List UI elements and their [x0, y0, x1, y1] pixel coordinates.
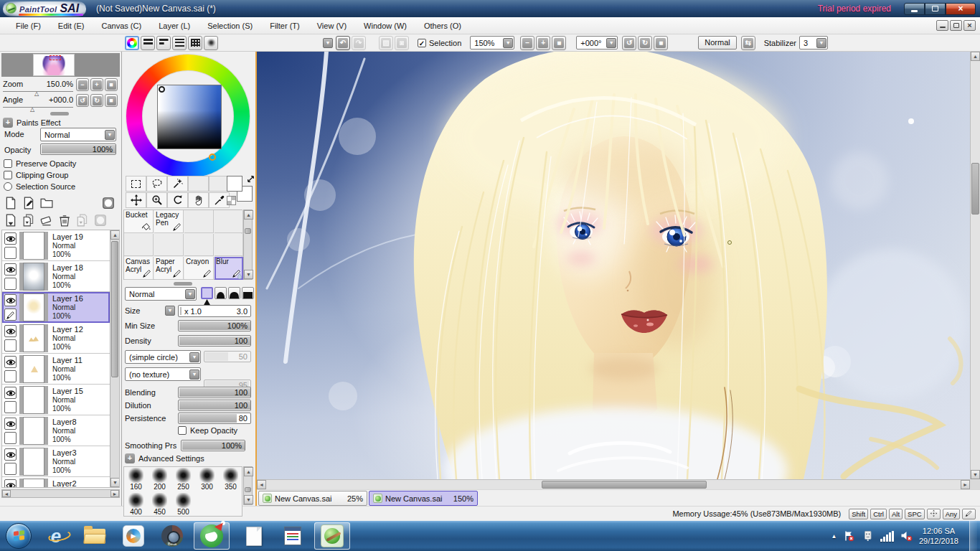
rotate-cw-button[interactable]: ↻ — [638, 36, 652, 50]
menu-edit[interactable]: Edit (E) — [50, 19, 93, 32]
scroll-up-arrow[interactable]: ▲ — [971, 52, 980, 61]
density-slider[interactable]: 100 — [178, 335, 251, 347]
edge-soft-button[interactable] — [215, 287, 227, 299]
zoom-out-button[interactable]: − — [520, 36, 534, 50]
toolbar-dropdown-button[interactable]: ▼ — [323, 38, 333, 48]
scroll-right-arrow[interactable]: ► — [961, 480, 970, 489]
edge-softer-button[interactable] — [228, 287, 240, 299]
mdi-restore-button[interactable] — [950, 20, 962, 31]
layer-visibility-toggle[interactable] — [4, 325, 17, 337]
nav-zoom-out-button[interactable]: − — [76, 78, 89, 91]
layer-mask-icon[interactable] — [102, 197, 115, 209]
tool-bucket[interactable]: Bucket — [124, 210, 154, 233]
move-tool[interactable] — [126, 192, 146, 208]
nav-zoom-reset-button[interactable]: ■ — [105, 78, 118, 91]
scroll-right-arrow[interactable]: ► — [110, 490, 119, 497]
nav-angle-reset-button[interactable]: ■ — [105, 94, 118, 107]
color-wheel[interactable] — [124, 53, 253, 181]
nav-zoom-in-button[interactable]: + — [90, 78, 103, 91]
zoom-reset-button[interactable]: ■ — [552, 36, 566, 50]
maximize-button[interactable] — [925, 3, 946, 15]
layer-row-3[interactable]: Layer3 Normal 100% — [2, 446, 110, 477]
layer-row-15[interactable]: Layer 15 Normal 100% — [2, 385, 110, 415]
preset-350[interactable]: 350 — [219, 467, 242, 491]
vscroll-thumb[interactable] — [971, 163, 979, 215]
tab-new-canvas-150-active[interactable]: New Canvas.sai 150% — [369, 491, 478, 506]
merge-visible-icon-disabled[interactable] — [76, 214, 89, 227]
mdi-close-button[interactable]: × — [963, 20, 976, 31]
layer-opacity-slider[interactable]: 100% — [40, 143, 116, 155]
key-any[interactable]: Any — [943, 509, 960, 519]
pad-button[interactable] — [927, 509, 941, 519]
keep-opacity-row[interactable]: Keep Opacity — [178, 426, 237, 435]
nav-rotate-ccw-button[interactable]: ↺ — [76, 94, 89, 107]
action-center-flag-icon[interactable] — [843, 530, 855, 542]
advanced-settings-header[interactable]: + Advanced Settings — [125, 453, 204, 463]
rotate-ccw-button[interactable]: ↺ — [622, 36, 636, 50]
color-wheel-panel-button[interactable] — [125, 36, 139, 50]
angle-reset-button[interactable]: ■ — [654, 36, 668, 50]
rotate-tool[interactable] — [167, 192, 188, 208]
layer-lock-toggle[interactable] — [4, 463, 17, 475]
layer-row-2[interactable]: Layer2 Normal 100% — [2, 477, 110, 488]
layer-row-16-selected[interactable]: Layer 16 Normal 100% — [2, 292, 110, 323]
hue-cursor[interactable] — [209, 154, 216, 161]
layout-1col-button[interactable] — [141, 36, 155, 50]
canvas-vertical-scrollbar[interactable]: ▲ ▼ — [970, 52, 980, 479]
invert-selection-button[interactable]: ◙ — [395, 36, 409, 50]
empty-tool-cell[interactable] — [215, 210, 243, 233]
taskbar-coccoc-active[interactable] — [194, 522, 230, 550]
start-button[interactable] — [6, 523, 32, 549]
scrollbar-thumb[interactable] — [245, 228, 251, 234]
layer-row-18[interactable]: Layer 18 Normal 100% — [2, 261, 110, 292]
menu-file[interactable]: File (F) — [7, 19, 50, 32]
delete-layer-icon[interactable] — [58, 214, 71, 227]
foreground-color-swatch[interactable] — [227, 176, 242, 192]
preset-450[interactable]: 450 — [148, 492, 171, 517]
tool-blur-selected[interactable]: Blur — [215, 257, 243, 280]
pen-button[interactable] — [962, 509, 976, 519]
scroll-down-arrow[interactable]: ▼ — [244, 270, 253, 279]
navigator-preview[interactable] — [1, 53, 120, 77]
layout-list-button[interactable] — [172, 36, 187, 50]
canvas-horizontal-scrollbar[interactable]: ◄ ► — [257, 479, 970, 489]
network-signal-icon[interactable] — [880, 531, 894, 542]
volume-muted-icon[interactable] — [900, 530, 913, 542]
selection-checkbox[interactable]: ✓ — [418, 39, 426, 47]
tool-crayon[interactable]: Crayon — [184, 257, 214, 280]
minimize-button[interactable] — [904, 3, 925, 15]
lasso-tool[interactable] — [146, 176, 167, 192]
layer-visibility-toggle[interactable] — [4, 479, 17, 488]
menu-window[interactable]: Window (W) — [355, 19, 415, 32]
scroll-left-arrow[interactable]: ◄ — [257, 480, 266, 489]
preserve-opacity-row[interactable]: Preserve Opacity — [4, 159, 76, 168]
empty-tool-cell[interactable] — [184, 234, 214, 256]
tool-grid-scrollbar[interactable]: ▲ ▼ — [243, 209, 253, 280]
min-size-slider[interactable]: 100% — [178, 320, 251, 331]
layer-lock-toggle[interactable] — [4, 339, 17, 352]
menu-others[interactable]: Others (O) — [415, 19, 470, 32]
taskbar-text-viewer[interactable] — [278, 522, 307, 550]
show-desktop-button[interactable] — [969, 521, 977, 551]
hscroll-thumb[interactable] — [542, 481, 707, 489]
angle-select[interactable]: +000° ▼ — [576, 36, 618, 50]
hand-tool[interactable] — [188, 192, 209, 208]
marquee-tool[interactable] — [126, 176, 146, 192]
empty-tool-slot[interactable] — [188, 176, 209, 192]
taskbar-chrome[interactable]: Beta — [158, 522, 187, 550]
menu-layer[interactable]: Layer (L) — [150, 19, 199, 32]
tool-canvas-acryl[interactable]: Canvas Acryl — [124, 257, 154, 280]
magic-wand-tool[interactable] — [167, 176, 188, 192]
persistence-slider[interactable]: 80 — [178, 413, 251, 424]
taskbar-file-explorer[interactable] — [80, 522, 109, 550]
tab-new-canvas-25[interactable]: New Canvas.sai 25% — [258, 491, 367, 506]
new-folder-icon[interactable] — [40, 197, 53, 209]
title-bar[interactable]: PaintTool SAI (Not Saved)New Canvas.sai … — [0, 0, 980, 17]
layer-visibility-toggle[interactable] — [4, 232, 17, 245]
blending-slider[interactable]: 100 — [178, 387, 251, 398]
zoom-in-button[interactable]: + — [536, 36, 550, 50]
scroll-left-arrow[interactable]: ◄ — [2, 490, 11, 497]
layer-visibility-toggle[interactable] — [4, 448, 17, 461]
presets-scrollbar[interactable]: ▲ ▼ — [243, 466, 253, 505]
zoom-select[interactable]: 150% ▼ — [470, 36, 514, 50]
